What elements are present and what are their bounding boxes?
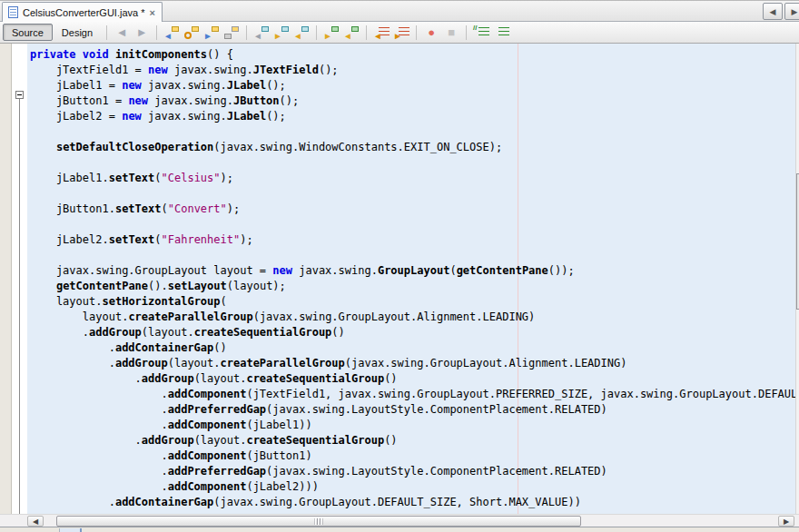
code-lines: private void initComponents() { jTextFie… xyxy=(27,47,795,510)
code-line[interactable]: .addComponent(jLabel2))) xyxy=(27,479,795,495)
code-line[interactable]: .addGroup(layout.createSequentialGroup() xyxy=(27,371,795,387)
editor-tab-bar: CelsiusConverterGUI.java * × ◀ ▶ xyxy=(0,1,799,22)
horizontal-scrollbar-thumb[interactable] xyxy=(56,516,581,527)
toolbar-separator xyxy=(366,25,367,40)
code-line[interactable]: .addGroup(layout.createParallelGroup(jav… xyxy=(27,356,795,371)
last-edit-location-icon[interactable]: ◄ xyxy=(163,25,180,41)
toolbar-separator xyxy=(246,25,247,40)
tab-close-icon[interactable]: × xyxy=(150,8,155,17)
toolbar-separator xyxy=(316,25,317,40)
previous-occurrence-icon[interactable]: ◄ xyxy=(343,25,360,41)
tab-scroll-buttons: ◀ ▶ xyxy=(763,3,799,20)
code-line[interactable]: jButton1 = new javax.swing.JButton(); xyxy=(27,94,795,109)
editor-toolbar: Source Design ◄►◄►◄►◄►◄◄►●■// xyxy=(0,22,799,44)
vertical-scrollbar[interactable] xyxy=(795,44,799,514)
previous-bookmark-icon[interactable]: ◄ xyxy=(253,25,270,41)
code-line[interactable]: .addContainerGap(javax.swing.GroupLayout… xyxy=(27,495,795,510)
toolbar-separator xyxy=(106,25,107,40)
toggle-highlight-search-icon[interactable] xyxy=(223,25,240,41)
find-selection-icon[interactable] xyxy=(183,25,200,41)
uncomment-icon[interactable] xyxy=(493,25,509,41)
source-editor[interactable]: private void initComponents() { jTextFie… xyxy=(0,44,799,514)
status-cell xyxy=(59,528,80,532)
code-line[interactable]: jLabel2.setText("Fahrenheit"); xyxy=(27,232,795,248)
scrollbar-grip xyxy=(315,518,323,525)
code-line[interactable]: getContentPane().setLayout(layout); xyxy=(27,279,795,294)
code-line[interactable]: jTextField1 = new javax.swing.JTextField… xyxy=(27,63,795,78)
code-line[interactable] xyxy=(27,124,795,140)
shift-line-left-icon[interactable]: ◄ xyxy=(373,25,390,41)
scroll-tabs-right-button[interactable]: ▶ xyxy=(784,3,799,20)
editor-gutter xyxy=(0,44,12,514)
scroll-right-arrow[interactable]: ▶ xyxy=(778,516,794,527)
forward-icon[interactable]: ► xyxy=(133,25,150,41)
code-line[interactable] xyxy=(27,248,795,263)
tab-title: CelsiusConverterGUI.java * xyxy=(23,7,145,18)
code-line[interactable]: jLabel1 = new javax.swing.JLabel(); xyxy=(27,78,795,94)
toolbar-separator xyxy=(466,25,467,40)
code-line[interactable]: layout.setHorizontalGroup( xyxy=(27,294,795,310)
next-occurrence-icon[interactable]: ► xyxy=(323,25,340,41)
toggle-bookmark-icon[interactable]: ◄ xyxy=(293,25,310,41)
fold-guide-line xyxy=(19,98,20,514)
source-view-button[interactable]: Source xyxy=(3,24,53,41)
code-line[interactable] xyxy=(27,186,795,202)
start-macro-recording-icon[interactable]: ● xyxy=(423,25,439,41)
code-line[interactable]: .addComponent(jButton1) xyxy=(27,448,795,464)
tab-celsiusconvertergui[interactable]: CelsiusConverterGUI.java * × xyxy=(2,2,163,22)
code-line[interactable]: private void initComponents() { xyxy=(27,47,795,63)
code-fold-margin xyxy=(13,44,27,514)
scroll-tabs-left-button[interactable]: ◀ xyxy=(763,3,783,20)
stop-macro-recording-icon[interactable]: ■ xyxy=(443,25,459,41)
next-bookmark-icon[interactable]: ► xyxy=(273,25,290,41)
code-line[interactable]: .addGroup(layout.createSequentialGroup() xyxy=(27,325,795,340)
code-line[interactable]: .addComponent(jLabel1)) xyxy=(27,418,795,433)
fold-toggle-initcomponents[interactable] xyxy=(15,91,24,99)
java-file-icon xyxy=(8,6,18,18)
code-line[interactable]: .addContainerGap() xyxy=(27,340,795,356)
code-line[interactable]: .addPreferredGap(javax.swing.LayoutStyle… xyxy=(27,402,795,418)
code-line[interactable]: jButton1.setText("Convert"); xyxy=(27,202,795,217)
code-line[interactable]: jLabel1.setText("Celsius"); xyxy=(27,171,795,186)
find-next-icon[interactable]: ► xyxy=(203,25,220,41)
ide-window: CelsiusConverterGUI.java * × ◀ ▶ Source … xyxy=(0,0,799,532)
scroll-left-arrow[interactable]: ◀ xyxy=(27,516,44,527)
code-line[interactable]: .addPreferredGap(javax.swing.LayoutStyle… xyxy=(27,464,795,479)
code-line[interactable]: .addComponent(jTextField1, javax.swing.G… xyxy=(27,387,795,402)
comment-icon[interactable]: // xyxy=(473,25,489,41)
back-icon[interactable]: ◄ xyxy=(113,25,130,41)
code-line[interactable]: .addGroup(layout.createSequentialGroup() xyxy=(27,433,795,448)
code-line[interactable]: javax.swing.GroupLayout layout = new jav… xyxy=(27,263,795,279)
toolbar-separator xyxy=(416,25,417,40)
design-view-button[interactable]: Design xyxy=(53,24,102,41)
code-line[interactable] xyxy=(27,217,795,232)
status-divider xyxy=(80,528,82,532)
code-line[interactable] xyxy=(27,155,795,171)
code-line[interactable]: layout.createParallelGroup(javax.swing.G… xyxy=(27,310,795,325)
toolbar-separator xyxy=(156,25,157,40)
code-line[interactable]: jLabel2 = new javax.swing.JLabel(); xyxy=(27,109,795,124)
status-strip xyxy=(0,527,799,532)
editor-code-area[interactable]: private void initComponents() { jTextFie… xyxy=(27,44,795,514)
code-line[interactable]: setDefaultCloseOperation(javax.swing.Win… xyxy=(27,140,795,155)
shift-line-right-icon[interactable]: ► xyxy=(393,25,409,41)
horizontal-scrollbar[interactable]: ◀ ▶ xyxy=(0,514,799,527)
